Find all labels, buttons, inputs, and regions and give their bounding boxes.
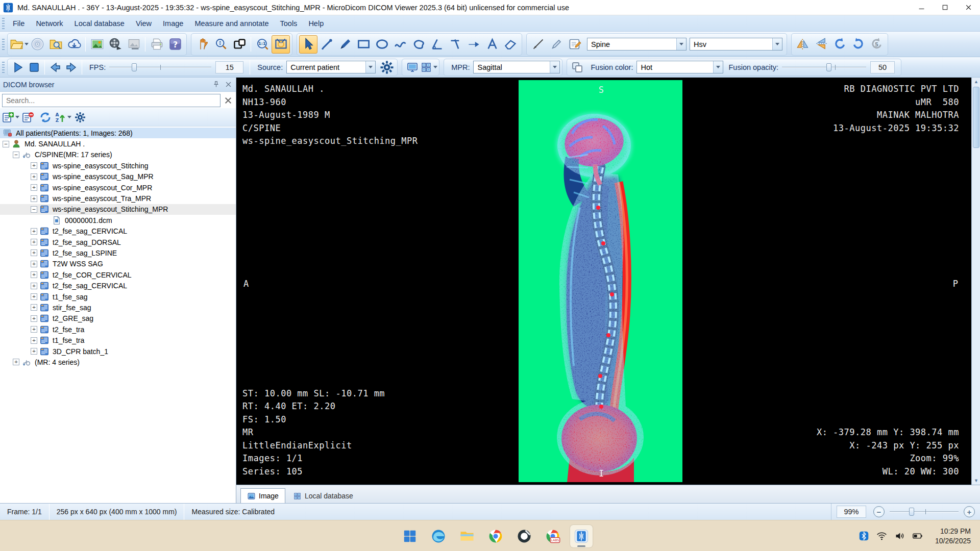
dropdown-caret-icon[interactable] — [67, 116, 71, 118]
tree-item[interactable]: +t1_fse_sag — [0, 291, 236, 302]
scrollbar-thumb[interactable] — [973, 87, 979, 148]
expand-toggle-icon[interactable]: + — [31, 228, 37, 235]
menu-item-measure-and-annotate[interactable]: Measure and annotate — [189, 17, 274, 30]
next-icon[interactable] — [63, 60, 80, 75]
window-level-line-icon[interactable] — [529, 35, 547, 54]
layout-grid-icon[interactable] — [421, 60, 437, 75]
expand-toggle-icon[interactable]: + — [31, 271, 37, 278]
fusion-color-select[interactable]: Hot — [636, 61, 723, 73]
zoom-out-button[interactable]: − — [873, 506, 885, 517]
expand-toggle-icon[interactable]: + — [31, 293, 37, 300]
single-view-icon[interactable] — [404, 60, 421, 75]
tree-item[interactable]: +t2_GRE_sag — [0, 313, 236, 324]
annotation-preset-select[interactable]: Spine — [587, 38, 687, 51]
image-viewport[interactable]: Md. SANAULLAH . NH13-960 13-August-1989 … — [236, 78, 971, 485]
eraser-icon[interactable] — [501, 35, 520, 54]
measure-line-icon[interactable] — [317, 35, 336, 54]
tree-item[interactable]: +T2W WSS SAG — [0, 259, 236, 269]
flip-vertical-icon[interactable] — [812, 35, 830, 54]
dicom-viewer-icon[interactable] — [570, 525, 593, 547]
mpr-select[interactable]: Sagittal — [473, 61, 560, 73]
edge-icon[interactable] — [427, 525, 450, 547]
tree-item[interactable]: −C/SPINE(MR: 17 series) — [0, 149, 236, 160]
text-annotation-icon[interactable] — [483, 35, 501, 54]
expand-toggle-icon[interactable]: + — [31, 195, 37, 202]
dev-app-icon[interactable] — [513, 525, 535, 547]
closed-polygon-icon[interactable] — [409, 35, 428, 54]
add-to-list-icon[interactable] — [2, 110, 19, 125]
tree-item[interactable]: +t2_fse_sag_CERVICAL — [0, 280, 236, 291]
start-icon[interactable] — [399, 525, 421, 547]
bluetooth-icon[interactable] — [859, 531, 869, 541]
pointer-icon[interactable] — [299, 35, 317, 54]
print-icon[interactable] — [148, 35, 166, 54]
export-image-icon[interactable] — [88, 35, 106, 54]
expand-toggle-icon[interactable]: + — [31, 348, 37, 355]
expand-toggle-icon[interactable]: + — [31, 249, 37, 256]
pin-icon[interactable] — [211, 80, 220, 89]
copy-image-icon[interactable] — [125, 35, 143, 54]
tree-item[interactable]: +t2_fse_COR_CERVICAL — [0, 269, 236, 280]
expand-toggle-icon[interactable]: + — [31, 326, 37, 333]
maximize-icon[interactable] — [933, 0, 957, 15]
tree-item[interactable]: +ws-spine_easyscout_Cor_MPR — [0, 182, 236, 193]
sort-icon[interactable]: AZ — [54, 110, 71, 125]
tree-item[interactable]: +t2_fse_sag_DORSAL — [0, 237, 236, 247]
fps-slider[interactable] — [109, 62, 211, 72]
clear-search-icon[interactable] — [223, 95, 234, 106]
arrow-icon[interactable] — [464, 35, 483, 54]
open-folder-search-icon[interactable] — [46, 35, 65, 54]
tab-image[interactable]: Image — [240, 488, 285, 503]
refresh-icon[interactable] — [37, 110, 54, 125]
chrome-labs-icon[interactable]: LABS — [542, 525, 564, 547]
browser-settings-icon[interactable] — [71, 110, 89, 125]
dropdown-caret-icon[interactable] — [15, 116, 19, 118]
menu-item-help[interactable]: Help — [303, 17, 329, 30]
tree-item[interactable]: All patients(Patients: 1, Images: 268) — [0, 128, 236, 138]
polyline-icon[interactable] — [391, 35, 409, 54]
tree-item[interactable]: +ws-spine_easyscout_Tra_MPR — [0, 193, 236, 204]
zoom-icon[interactable] — [212, 35, 230, 54]
status-zoom-slider[interactable] — [890, 507, 959, 517]
export-video-icon[interactable] — [106, 35, 125, 54]
tree-item[interactable]: +3D_CPR batch_1 — [0, 346, 236, 357]
magnifier-window-icon[interactable] — [230, 35, 249, 54]
tree-item[interactable]: +ws-spine_easyscout_Stitching — [0, 160, 236, 171]
pencil-icon[interactable] — [336, 35, 354, 54]
pan-hand-icon[interactable] — [193, 35, 212, 54]
chevron-down-icon[interactable] — [365, 61, 375, 73]
actual-size-icon[interactable]: 1:1 — [253, 35, 272, 54]
rotate-right-icon[interactable] — [849, 35, 867, 54]
panel-close-icon[interactable] — [224, 80, 233, 89]
expand-toggle-icon[interactable]: − — [13, 152, 19, 158]
tab-local-database[interactable]: Local database — [286, 488, 360, 503]
fit-to-window-icon[interactable] — [272, 35, 290, 54]
tree-item[interactable]: +(MR: 4 series) — [0, 357, 236, 367]
pencil-soft-icon[interactable] — [547, 35, 566, 54]
colormap-select[interactable]: Hsv — [690, 38, 782, 51]
tree-item[interactable]: +ws-spine_easyscout_Sag_MPR — [0, 171, 236, 182]
tree-item[interactable]: +t2_fse_sag_CERVICAL — [0, 226, 236, 237]
expand-toggle-icon[interactable]: − — [31, 206, 37, 213]
taskbar-clock[interactable]: 10:29 PM 10/26/2025 — [935, 520, 971, 551]
tree-item[interactable]: −ws-spine_easyscout_Stitching_MPR — [0, 204, 236, 215]
wifi-icon[interactable] — [876, 531, 887, 541]
stop-icon[interactable] — [26, 60, 42, 75]
tree-item[interactable]: −Md. SANAULLAH . — [0, 138, 236, 149]
chevron-down-icon[interactable] — [550, 61, 559, 73]
rectangle-icon[interactable] — [354, 35, 373, 54]
expand-toggle-icon[interactable]: − — [3, 141, 9, 147]
expand-toggle-icon[interactable]: + — [31, 261, 37, 267]
fusion-opacity-slider[interactable] — [782, 62, 866, 72]
help-icon[interactable]: ? — [166, 35, 184, 54]
tree-item[interactable]: +t1_fse_tra — [0, 335, 236, 345]
tree-item[interactable]: 00000001.dcm — [0, 215, 236, 226]
expand-toggle-icon[interactable]: + — [31, 315, 37, 322]
menu-item-tools[interactable]: Tools — [275, 17, 303, 30]
spine-fusion-image[interactable] — [519, 80, 682, 482]
ellipse-icon[interactable] — [373, 35, 391, 54]
chevron-down-icon[interactable] — [676, 38, 686, 50]
menu-item-local-database[interactable]: Local database — [69, 17, 130, 30]
tree-item[interactable]: +t2_fse_tra — [0, 324, 236, 335]
expand-toggle-icon[interactable]: + — [31, 184, 37, 191]
